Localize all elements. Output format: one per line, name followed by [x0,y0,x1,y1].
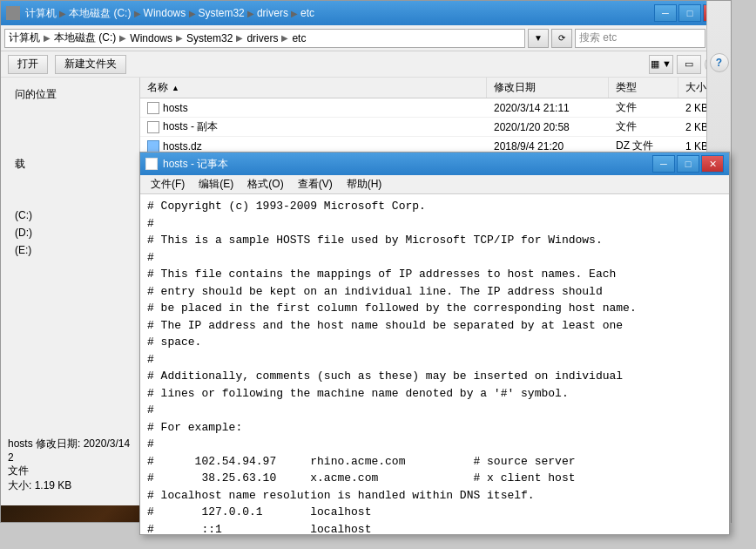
address-breadcrumb[interactable]: 计算机 ▶ 本地磁盘 (C:) ▶ Windows ▶ System32 ▶ d… [4,29,525,48]
sep1: ▶ [59,9,69,18]
view-options-btn[interactable]: ▦ ▼ [649,55,673,74]
notepad-title-text: hosts - 记事本 [163,157,652,172]
addr-etc[interactable]: etc [292,32,306,44]
status-detail: hosts 修改日期: 2020/3/14 2 文件 大小: 1.19 KB [1,262,139,497]
notepad-title-icon [145,158,158,170]
menu-help[interactable]: 帮助(H) [340,175,389,193]
breadcrumb-windows[interactable]: Windows [144,7,186,19]
file-name-hosts: hosts [140,98,487,117]
file-row[interactable]: hosts - 副本 2020/1/20 20:58 文件 2 KB [140,118,731,137]
sep5: ▶ [291,9,300,18]
file-icon-hosts [147,102,159,114]
left-panel-item-e[interactable]: (E:) [8,241,132,259]
dropdown-arrow-btn[interactable]: ▼ [528,29,549,48]
breadcrumb-system32[interactable]: System32 [198,7,244,19]
explorer-titlebar: 计算机 ▶ 本地磁盘 (C:) ▶ Windows ▶ System32 ▶ d… [1,1,731,25]
coffee-section: COFFEE [1,505,139,522]
notepad-window: hosts - 记事本 ─ □ ✕ 文件(F) 编辑(E) 格式(O) 查看(V… [139,152,730,535]
menu-edit[interactable]: 编辑(E) [192,175,240,193]
addr-drive[interactable]: 本地磁盘 (C:) [54,30,116,45]
toolbar: 打开 新建文件夹 ▦ ▼ ▭ ? [1,51,731,78]
file-row[interactable]: hosts 2020/3/14 21:11 文件 2 KB [140,98,731,118]
notepad-close-button[interactable]: ✕ [701,155,724,173]
refresh-btn[interactable]: ⟳ [551,29,572,48]
sidebar-help-button[interactable]: ? [710,53,729,72]
col-header-name[interactable]: 名称 ▲ [140,78,487,98]
menu-view[interactable]: 查看(V) [291,175,340,193]
left-panel-item-d[interactable]: (D:) [8,224,132,241]
file-name-hosts-copy: hosts - 副本 [140,118,487,136]
file-type-hosts: 文件 [609,98,678,117]
file-modified-hosts-copy: 2020/1/20 20:58 [487,118,609,136]
open-button[interactable]: 打开 [8,55,48,74]
menu-format[interactable]: 格式(O) [240,175,290,193]
address-bar: 计算机 ▶ 本地磁盘 (C:) ▶ Windows ▶ System32 ▶ d… [1,25,731,51]
addr-computer[interactable]: 计算机 [9,30,40,45]
explorer-title-text: 计算机 ▶ 本地磁盘 (C:) ▶ Windows ▶ System32 ▶ d… [25,6,654,21]
file-icon-hosts-dz [147,140,159,152]
breadcrumb-computer[interactable]: 计算机 [25,7,57,19]
explorer-title-icon [6,6,20,20]
addr-windows[interactable]: Windows [130,32,172,44]
notepad-title-buttons: ─ □ ✕ [652,155,724,173]
menu-file[interactable]: 文件(F) [144,175,192,193]
col-header-modified[interactable]: 修改日期 [487,78,609,98]
left-panel-item-c[interactable]: (C:) [8,207,132,224]
layout-btn[interactable]: ▭ [677,55,701,74]
maximize-button[interactable]: □ [678,4,701,22]
breadcrumb-etc[interactable]: etc [300,7,314,19]
col-header-type[interactable]: 类型 [609,78,678,98]
file-icon-hosts-copy [147,121,159,133]
left-panel-item-downloads[interactable]: 载 [8,154,132,174]
sep2: ▶ [134,9,144,18]
breadcrumb-drive[interactable]: 本地磁盘 (C:) [69,7,131,19]
notepad-menubar: 文件(F) 编辑(E) 格式(O) 查看(V) 帮助(H) [140,175,729,194]
addr-system32[interactable]: System32 [186,32,233,44]
breadcrumb-drivers[interactable]: drivers [257,7,288,19]
new-folder-button[interactable]: 新建文件夹 [55,55,126,74]
search-placeholder: 搜索 etc [579,30,617,45]
sort-arrow: ▲ [172,84,179,92]
left-panel-item-favorites[interactable]: 问的位置 [8,85,132,105]
sep4: ▶ [247,9,257,18]
notepad-content[interactable]: # Copyright (c) 1993-2009 Microsoft Corp… [140,194,729,534]
search-box[interactable]: 搜索 etc [575,29,705,48]
file-modified-hosts: 2020/3/14 21:11 [487,98,609,117]
notepad-minimize-button[interactable]: ─ [652,155,675,173]
notepad-titlebar: hosts - 记事本 ─ □ ✕ [140,152,729,175]
status-type: 文件 [8,464,132,478]
addr-drivers[interactable]: drivers [246,32,278,44]
status-size: 大小: 1.19 KB [8,478,132,493]
minimize-button[interactable]: ─ [654,4,677,22]
file-list-header: 名称 ▲ 修改日期 类型 大小 [140,78,731,98]
notepad-maximize-button[interactable]: □ [677,155,699,173]
left-panel: 问的位置 载 (C:) (D:) (E:) hosts 修改日期: 2020/3… [1,78,140,522]
file-type-hosts-copy: 文件 [609,118,678,136]
status-file: hosts 修改日期: 2020/3/14 2 [8,437,132,464]
sep3: ▶ [189,9,199,18]
